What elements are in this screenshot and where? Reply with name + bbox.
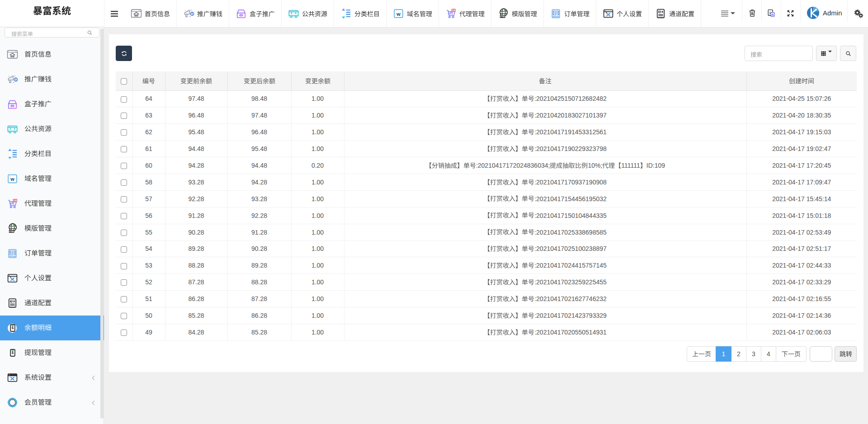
svg-text:w: w	[396, 11, 401, 17]
svg-text:$: $	[659, 10, 660, 13]
svg-text:w: w	[10, 176, 14, 182]
svg-text:HTML: HTML	[500, 15, 505, 18]
svg-text:$: $	[11, 300, 12, 302]
svg-text:$: $	[191, 12, 193, 15]
svg-text:A: A	[772, 13, 774, 16]
svg-text:$: $	[12, 325, 14, 330]
svg-text:HTML: HTML	[9, 231, 14, 233]
svg-text:$: $	[15, 78, 17, 81]
svg-text:$: $	[12, 350, 14, 355]
